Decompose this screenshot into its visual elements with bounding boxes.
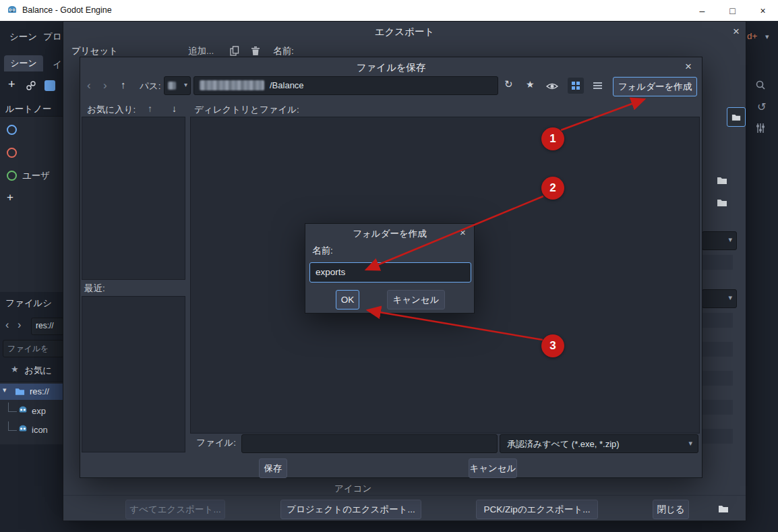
tab-scene[interactable]: シーン xyxy=(4,55,43,71)
menu-project[interactable]: プロ xyxy=(43,31,62,43)
create-folder-dialog: フォルダーを作成 × 名前: exports OK キャンセル xyxy=(305,223,475,314)
export-row-fragment xyxy=(702,400,733,415)
icon-row-label: アイコン xyxy=(334,483,371,495)
maximize-button[interactable]: □ xyxy=(717,0,748,21)
tab-import[interactable]: イ xyxy=(53,59,62,71)
favorites-label: お気に入り: xyxy=(87,104,136,116)
file-type-value: 承認済みすべて (*.exe, *.zip) xyxy=(507,438,620,450)
favorites-section-label: お気に xyxy=(24,365,52,377)
create-folder-button[interactable]: フォルダーを作成 xyxy=(613,77,697,96)
node2d-icon[interactable] xyxy=(7,125,17,135)
root-node-label: ルートノー xyxy=(5,103,51,115)
create-folder-title: フォルダーを作成 xyxy=(305,228,474,240)
menu-scene[interactable]: シーン xyxy=(9,31,37,43)
cancel-button[interactable]: キャンセル xyxy=(469,459,517,478)
folder-name-label: 名前: xyxy=(312,245,333,257)
window-title: Balance - Godot Engine xyxy=(22,5,112,15)
annotation-step-3: 3 xyxy=(541,334,564,357)
fs-filter-field[interactable]: ファイルを xyxy=(3,340,64,357)
close-dialog-button[interactable]: 閉じる xyxy=(653,500,689,519)
nav-forward-icon[interactable]: › xyxy=(103,79,107,92)
nav-back-icon[interactable]: ‹ xyxy=(87,79,91,92)
node-user-label[interactable]: ユーザ xyxy=(22,170,50,182)
annotation-step-2: 2 xyxy=(541,177,564,200)
fs-path-field[interactable]: res:// xyxy=(31,318,64,335)
image-file-icon xyxy=(18,424,28,436)
grid-view-button[interactable] xyxy=(568,78,584,94)
filesystem-tree-panel: ▾ res:// exp icon xyxy=(0,382,63,444)
history-icon[interactable]: ↺ xyxy=(757,100,766,113)
export-pck-zip-button[interactable]: PCK/Zipのエクスポート... xyxy=(476,500,598,519)
godot-logo-icon xyxy=(7,5,18,18)
folder-cancel-button[interactable]: キャンセル xyxy=(387,290,445,309)
export-row-fragment xyxy=(702,255,733,270)
favorite-move-down-icon[interactable]: ↓ xyxy=(172,103,177,114)
file-label: ファイル: xyxy=(196,437,236,449)
fs-path-text: res:// xyxy=(36,321,54,330)
filename-input[interactable] xyxy=(241,434,498,453)
add-node-icon[interactable]: + xyxy=(8,78,16,92)
file-type-dropdown[interactable]: 承認済みすべて (*.exe, *.zip) ▾ xyxy=(500,434,698,453)
annotation-step-1: 1 xyxy=(541,127,564,150)
export-row-fragment xyxy=(702,371,733,386)
tree-row-icon-file[interactable]: icon xyxy=(0,421,63,438)
node-red-icon[interactable] xyxy=(7,148,17,158)
chevron-down-icon: ▾ xyxy=(728,235,732,244)
create-folder-close-icon[interactable]: × xyxy=(460,227,466,237)
export-all-button[interactable]: すべてエクスポート... xyxy=(125,500,225,519)
file-dialog-title: ファイルを保存 xyxy=(80,61,702,74)
folder-icon[interactable] xyxy=(718,504,729,515)
renderer-select[interactable]: d+ xyxy=(747,31,757,41)
folder-name-input[interactable]: exports xyxy=(309,262,471,283)
window-titlebar: Balance - Godot Engine – □ × xyxy=(0,0,778,21)
favorite-toggle-icon[interactable]: ★ xyxy=(526,79,535,90)
file-dialog-close-icon[interactable]: × xyxy=(685,61,692,72)
tree-add-icon[interactable]: + xyxy=(7,191,13,204)
ok-button[interactable]: OK xyxy=(336,290,359,309)
window-controls: – □ × xyxy=(687,0,778,21)
search-icon[interactable] xyxy=(755,80,766,92)
export-dialog-close-icon[interactable]: × xyxy=(733,26,740,37)
preset-add-button[interactable]: 追加... xyxy=(188,45,214,57)
refresh-icon[interactable]: ↻ xyxy=(504,78,513,90)
screen: Balance - Godot Engine – □ × シーン プロ シーン … xyxy=(0,0,778,532)
fs-back-icon[interactable]: ‹ xyxy=(5,319,9,331)
folder-icon xyxy=(15,387,25,398)
show-hidden-eye-icon[interactable] xyxy=(546,82,558,93)
export-option-dropdown[interactable]: ▾ xyxy=(702,231,737,250)
folder-icon xyxy=(717,176,727,187)
minimize-button[interactable]: – xyxy=(687,0,717,21)
recent-list[interactable] xyxy=(82,296,185,452)
favorite-move-up-icon[interactable]: ↑ xyxy=(148,103,152,114)
tree-icon-label: icon xyxy=(32,425,48,435)
favorites-list[interactable] xyxy=(82,117,185,280)
tree-export-label: exp xyxy=(32,406,46,416)
drive-dropdown[interactable]: ▾ xyxy=(164,76,191,95)
tree-open-icon[interactable]: ▾ xyxy=(3,386,7,394)
tree-row-res[interactable]: ▾ res:// xyxy=(0,384,63,400)
fs-forward-icon[interactable]: › xyxy=(18,319,21,331)
instance-link-icon[interactable] xyxy=(26,80,36,93)
export-row-fragment xyxy=(702,342,733,357)
export-row-fragment xyxy=(702,429,733,444)
tune-sliders-icon[interactable] xyxy=(755,123,766,136)
renderer-dropdown-icon[interactable]: ▾ xyxy=(765,32,769,41)
nav-up-icon[interactable]: ↑ xyxy=(121,79,126,90)
drive-redacted-icon xyxy=(168,82,176,90)
node-green-icon[interactable] xyxy=(7,171,17,181)
export-project-button[interactable]: プロジェクトのエクスポート... xyxy=(280,500,421,519)
export-option-dropdown[interactable]: ▾ xyxy=(702,289,737,308)
close-button[interactable]: × xyxy=(748,0,778,21)
directories-label: ディレクトリとファイル: xyxy=(194,104,299,116)
list-view-button[interactable] xyxy=(589,78,605,94)
folder-icon xyxy=(717,198,727,209)
path-label: パス: xyxy=(140,80,160,92)
tree-row-export-presets[interactable]: exp xyxy=(0,403,63,419)
preset-name-label: 名前: xyxy=(273,45,294,57)
save-button[interactable]: 保存 xyxy=(259,459,287,478)
grid-view-icon xyxy=(572,82,580,90)
scene-toolbar-icon[interactable] xyxy=(44,80,55,91)
export-row-fragment xyxy=(702,313,733,328)
path-input[interactable]: /Balance xyxy=(193,76,498,95)
browse-folder-button[interactable] xyxy=(727,107,746,127)
